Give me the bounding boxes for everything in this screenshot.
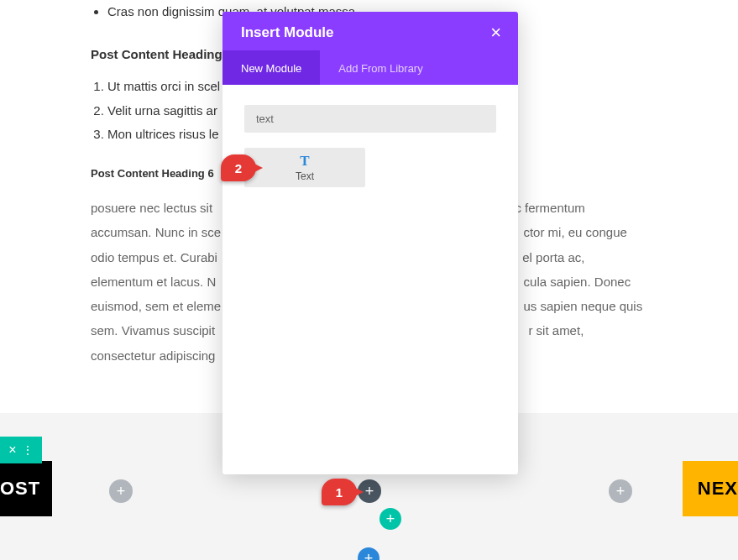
drag-handle-icon[interactable]: ⋮ [22,443,34,457]
tab-new-module[interactable]: New Module [222,50,320,85]
next-post-button[interactable]: NEX [683,461,738,516]
modal-body: T Text [222,85,518,207]
tab-add-from-library[interactable]: Add From Library [320,50,441,85]
modal-close-button[interactable]: × [490,24,501,42]
module-search-input[interactable] [244,105,496,133]
modal-header: Insert Module × New Module Add From Libr… [222,12,518,85]
text-icon: T [300,153,309,170]
close-icon[interactable]: × [8,442,16,458]
module-item-label: Text [296,170,314,182]
previous-post-button[interactable]: OST [0,461,52,516]
add-column-button[interactable]: + [109,479,133,503]
add-column-button[interactable]: + [609,479,632,503]
annotation-callout-1: 1 [322,479,357,505]
modal-title: Insert Module [241,24,334,41]
add-row-button[interactable]: + [379,508,401,530]
modal-tabs: New Module Add From Library [222,50,518,85]
section-toolbar[interactable]: × ⋮ [0,437,42,463]
annotation-callout-2: 2 [221,154,256,181]
insert-module-modal: Insert Module × New Module Add From Libr… [222,12,518,474]
